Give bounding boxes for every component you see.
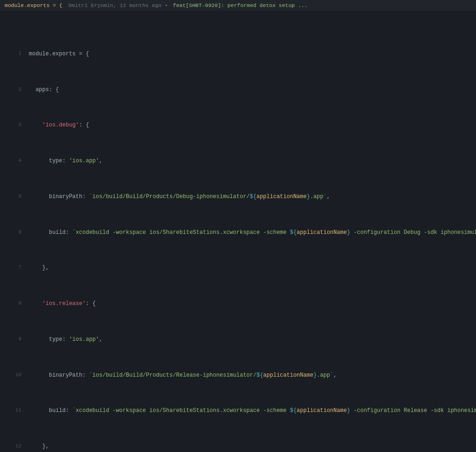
code-line: 12 },: [0, 442, 476, 451]
code-line: 5 binaryPath: `ios/build/Build/Products/…: [0, 193, 476, 201]
header-filename: module.exports = {: [5, 2, 62, 8]
header-author: Dmitri Eryomin, 12 months ago •: [65, 2, 168, 8]
code-line: 11 build: `xcodebuild -workspace ios/Sha…: [0, 406, 476, 415]
code-line: 4 type: 'ios.app',: [0, 157, 476, 166]
code-line: 9 type: 'ios.app',: [0, 335, 476, 344]
header-bar: module.exports = { Dmitri Eryomin, 12 mo…: [0, 0, 476, 11]
code-line: 2 apps: {: [0, 86, 476, 94]
code-area: 1module.exports = { 2 apps: { 3 'ios.deb…: [0, 11, 476, 452]
code-line: 7 },: [0, 264, 476, 273]
code-line: 10 binaryPath: `ios/build/Build/Products…: [0, 371, 476, 380]
code-line: 6 build: `xcodebuild -workspace ios/Shar…: [0, 228, 476, 237]
header-commit: feat[SHBT-9920]: performed detox setup .…: [170, 2, 308, 8]
code-line: 8 'ios.release': {: [0, 299, 476, 308]
editor-window: module.exports = { Dmitri Eryomin, 12 mo…: [0, 0, 476, 452]
code-line: 3 'ios.debug': {: [0, 121, 476, 130]
code-line: 1module.exports = {: [0, 50, 476, 59]
